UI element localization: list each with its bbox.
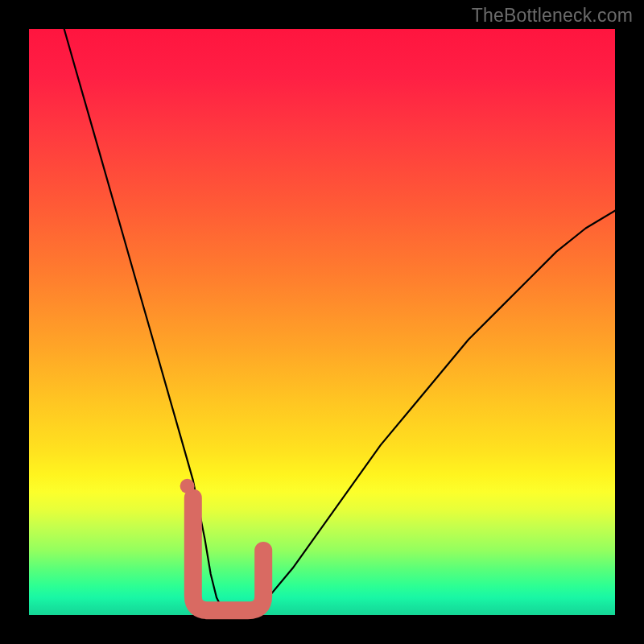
chart-frame: TheBottleneck.com bbox=[0, 0, 644, 644]
plot-area bbox=[29, 29, 615, 615]
bottleneck-curve bbox=[64, 29, 615, 615]
optimal-marker-u bbox=[193, 497, 263, 610]
watermark-text: TheBottleneck.com bbox=[472, 5, 633, 27]
optimal-marker-dot bbox=[180, 479, 195, 493]
curve-svg bbox=[29, 29, 615, 615]
